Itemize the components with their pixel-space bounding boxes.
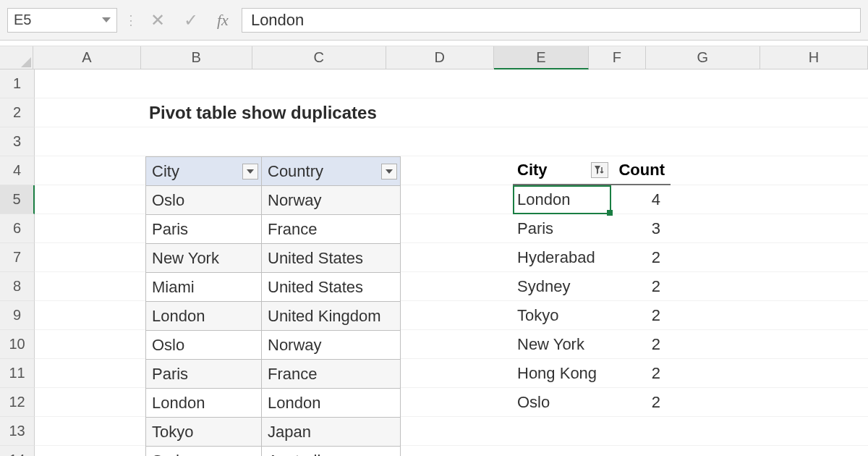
pivot-cell-city[interactable]: Sydney [513, 277, 611, 296]
column-header-d[interactable]: D [386, 46, 494, 69]
row-header-3[interactable]: 3 [0, 127, 35, 156]
row-header-9[interactable]: 9 [0, 301, 35, 330]
cell-country[interactable]: France [262, 215, 401, 244]
table-row[interactable]: ParisFrance [146, 360, 401, 389]
cell-city[interactable]: Miami [146, 273, 262, 302]
row-header-2[interactable]: 2 [0, 98, 35, 127]
chevron-down-icon [247, 169, 254, 174]
pivot-row[interactable]: London4 [513, 185, 671, 214]
cell-city[interactable]: Oslo [146, 331, 262, 360]
filter-sort-icon [594, 165, 605, 175]
cancel-icon[interactable]: ✕ [145, 10, 171, 30]
table-row[interactable]: TokyoJapan [146, 418, 401, 447]
pivot-cell-count[interactable]: 2 [611, 335, 671, 354]
cell-country[interactable]: United States [262, 273, 401, 302]
source-header-city[interactable]: City [146, 157, 262, 186]
formula-value: London [251, 11, 304, 30]
row-header-14[interactable]: 14 [0, 446, 35, 456]
pivot-header-count[interactable]: Count [611, 161, 671, 180]
table-row[interactable]: OsloNorway [146, 331, 401, 360]
pivot-row[interactable]: Sydney2 [513, 272, 671, 301]
pivot-filter-button[interactable] [591, 162, 608, 178]
column-header-c[interactable]: C [252, 46, 386, 69]
row-header-12[interactable]: 12 [0, 388, 35, 417]
pivot-cell-city[interactable]: Hyderabad [513, 248, 611, 267]
row-header-1[interactable]: 1 [0, 69, 35, 98]
cell-country[interactable]: United States [262, 244, 401, 273]
table-row[interactable]: MiamiUnited States [146, 273, 401, 302]
sheet-content: Pivot table show duplicates City Country… [35, 69, 868, 456]
chevron-down-icon[interactable] [102, 17, 111, 22]
pivot-cell-count[interactable]: 2 [611, 364, 671, 383]
source-table[interactable]: City Country OsloNorwayParisFranceNew Yo… [145, 156, 401, 456]
cell-country[interactable]: London [262, 389, 401, 418]
pivot-cell-city[interactable]: Hong Kong [513, 364, 611, 383]
cell-city[interactable]: Tokyo [146, 418, 262, 447]
row-header-6[interactable]: 6 [0, 214, 35, 243]
column-header-a[interactable]: A [33, 46, 140, 69]
cell-country[interactable]: Australia [262, 447, 401, 457]
pivot-cell-count[interactable]: 4 [611, 190, 671, 209]
table-row[interactable]: ParisFrance [146, 215, 401, 244]
pivot-table[interactable]: City Count London4Paris3Hyderabad2Sydney… [513, 156, 671, 417]
pivot-cell-city[interactable]: Paris [513, 219, 611, 238]
pivot-cell-count[interactable]: 2 [611, 306, 671, 325]
column-header-b[interactable]: B [141, 46, 252, 69]
table-row[interactable]: OsloNorway [146, 186, 401, 215]
row-header-5[interactable]: 5 [0, 185, 35, 214]
row-header-8[interactable]: 8 [0, 272, 35, 301]
formula-input[interactable]: London [242, 8, 861, 33]
source-header-country[interactable]: Country [262, 157, 401, 186]
cell-country[interactable]: Norway [262, 331, 401, 360]
cell-city[interactable]: Paris [146, 215, 262, 244]
pivot-row[interactable]: Tokyo2 [513, 301, 671, 330]
cell-country[interactable]: France [262, 360, 401, 389]
pivot-cell-city[interactable]: Tokyo [513, 306, 611, 325]
row-header-11[interactable]: 11 [0, 359, 35, 388]
column-header-e[interactable]: E [494, 46, 589, 69]
row-header-13[interactable]: 13 [0, 417, 35, 446]
select-all-corner[interactable] [0, 46, 33, 69]
cell-city[interactable]: Paris [146, 360, 262, 389]
pivot-row[interactable]: Hong Kong2 [513, 359, 671, 388]
pivot-cell-city[interactable]: London [513, 190, 611, 209]
pivot-row[interactable]: Paris3 [513, 214, 671, 243]
cell-country[interactable]: United Kingdom [262, 302, 401, 331]
cell-city[interactable]: London [146, 389, 262, 418]
cell-city[interactable]: New York [146, 244, 262, 273]
pivot-cell-count[interactable]: 2 [611, 393, 671, 412]
pivot-row[interactable]: Oslo2 [513, 388, 671, 417]
table-row[interactable]: New YorkUnited States [146, 244, 401, 273]
column-header-h[interactable]: H [760, 46, 868, 69]
select-all-icon [21, 57, 31, 67]
pivot-cell-count[interactable]: 2 [611, 277, 671, 296]
pivot-cell-count[interactable]: 3 [611, 219, 671, 238]
table-row[interactable]: LondonUnited Kingdom [146, 302, 401, 331]
insert-function-icon[interactable]: fx [211, 11, 234, 30]
row-header-4[interactable]: 4 [0, 156, 35, 185]
cell-city[interactable]: Sydney [146, 447, 262, 457]
cell-city[interactable]: London [146, 302, 262, 331]
pivot-row[interactable]: Hyderabad2 [513, 243, 671, 272]
column-header-f[interactable]: F [589, 46, 646, 69]
row-header-7[interactable]: 7 [0, 243, 35, 272]
pivot-row[interactable]: New York2 [513, 330, 671, 359]
pivot-cell-city[interactable]: Oslo [513, 393, 611, 412]
row-header-10[interactable]: 10 [0, 330, 35, 359]
pivot-cell-count[interactable]: 2 [611, 248, 671, 267]
name-box[interactable]: E5 [7, 8, 117, 33]
filter-button[interactable] [242, 164, 258, 180]
pivot-cell-city[interactable]: New York [513, 335, 611, 354]
pivot-header-city[interactable]: City [513, 161, 611, 180]
cell-country[interactable]: Norway [262, 186, 401, 215]
column-header-g[interactable]: G [646, 46, 760, 69]
pivot-header-row: City Count [513, 156, 671, 185]
formula-bar: E5 ⋮ ✕ ✓ fx London [0, 0, 868, 41]
table-row[interactable]: LondonLondon [146, 389, 401, 418]
separator: ⋮ [124, 12, 137, 28]
cell-country[interactable]: Japan [262, 418, 401, 447]
filter-button[interactable] [381, 164, 397, 180]
table-row[interactable]: SydneyAustralia [146, 447, 401, 457]
enter-icon[interactable]: ✓ [178, 10, 204, 30]
cell-city[interactable]: Oslo [146, 186, 262, 215]
